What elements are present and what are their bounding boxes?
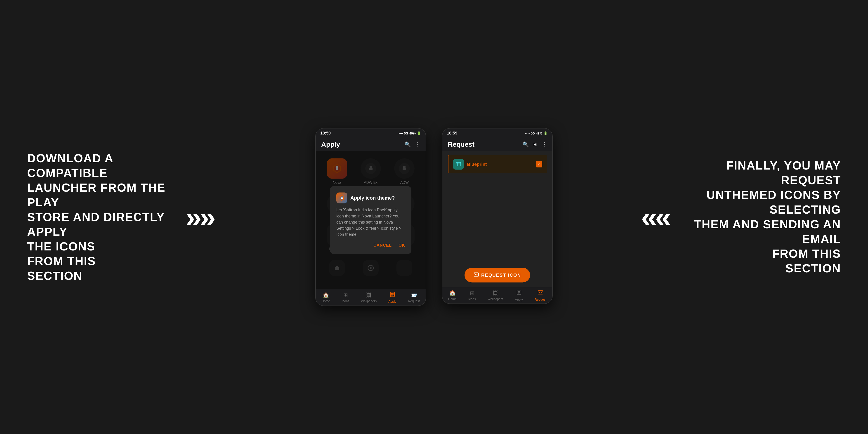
apply-title: Apply bbox=[321, 141, 340, 148]
req-nav-apply-label: Apply bbox=[515, 298, 523, 301]
request-empty-area bbox=[442, 178, 552, 264]
dialog-body: Let 'Saffron India Icon Pack' apply icon… bbox=[336, 207, 405, 238]
nav-home[interactable]: 🏠 Home bbox=[322, 292, 330, 303]
nav-icons-icon: ⊞ bbox=[343, 292, 348, 298]
request-btn-wrapper: REQUEST ICON bbox=[442, 264, 552, 287]
blueprint-row[interactable]: Blueprint ✓ bbox=[448, 155, 547, 174]
nav-wallpapers-label: Wallpapers bbox=[361, 299, 377, 303]
request-battery: 49% bbox=[536, 131, 542, 135]
request-time: 18:59 bbox=[447, 131, 457, 135]
nav-icons-label: Icons bbox=[342, 299, 349, 303]
phone-apply: 18:59 ▪▪▪▪ 5G 49% 🔋 Apply 🔍 ⋮ bbox=[315, 128, 426, 306]
request-app-bar: Request 🔍 ⊞ ⋮ bbox=[442, 138, 552, 151]
arrow-right-icon: »» bbox=[185, 202, 214, 232]
dialog-actions: CANCEL OK bbox=[336, 243, 405, 248]
scene: DOWNLOAD A COMPATIBLE LAUNCHER FROM THE … bbox=[0, 0, 868, 434]
req-nav-home-icon: 🏠 bbox=[449, 290, 456, 296]
dialog-ok-button[interactable]: OK bbox=[399, 243, 405, 248]
request-btn-label: REQUEST ICON bbox=[481, 273, 521, 278]
blueprint-checkbox[interactable]: ✓ bbox=[536, 161, 542, 167]
request-search-icon[interactable]: 🔍 bbox=[523, 142, 529, 147]
req-nav-icons-icon: ⊞ bbox=[470, 290, 474, 296]
apply-app-bar-icons: 🔍 ⋮ bbox=[405, 142, 420, 147]
svg-rect-29 bbox=[341, 197, 343, 199]
svg-rect-38 bbox=[474, 273, 478, 276]
nav-apply-icon bbox=[390, 291, 395, 299]
nav-apply-label: Apply bbox=[388, 300, 396, 303]
blueprint-thumbnail bbox=[453, 159, 464, 170]
svg-rect-43 bbox=[538, 291, 543, 294]
req-nav-request-label: Request bbox=[535, 298, 546, 301]
apply-battery: 49% bbox=[409, 131, 416, 135]
left-description: DOWNLOAD A COMPATIBLE LAUNCHER FROM THE … bbox=[27, 151, 181, 283]
dialog-overlay: Apply icon theme? Let 'Saffron India Ico… bbox=[316, 151, 426, 289]
blueprint-left: Blueprint bbox=[453, 159, 487, 170]
apply-status-icons: ▪▪▪▪ 5G 49% 🔋 bbox=[399, 131, 421, 135]
req-nav-apply[interactable]: Apply bbox=[515, 289, 523, 301]
request-battery-icon: 🔋 bbox=[544, 131, 548, 135]
req-nav-home[interactable]: 🏠 Home bbox=[448, 290, 457, 301]
apply-battery-icon: 🔋 bbox=[417, 131, 421, 135]
request-status-bar: 18:59 ▪▪▪▪ 5G 49% 🔋 bbox=[442, 129, 552, 138]
dialog-title: Apply icon theme? bbox=[350, 195, 395, 201]
phones-container: 18:59 ▪▪▪▪ 5G 49% 🔋 Apply 🔍 ⋮ bbox=[315, 128, 553, 306]
request-more-icon[interactable]: ⋮ bbox=[542, 142, 547, 147]
req-nav-wallpapers[interactable]: 🖼 Wallpapers bbox=[488, 290, 503, 301]
request-title: Request bbox=[448, 141, 474, 148]
right-description: FINALLY, YOU MAY REQUEST UNTHEMED ICONS … bbox=[674, 158, 841, 276]
apply-search-icon[interactable]: 🔍 bbox=[405, 142, 411, 147]
req-nav-wallpapers-icon: 🖼 bbox=[493, 290, 498, 296]
request-list: Blueprint ✓ bbox=[442, 151, 552, 178]
nav-wallpapers-icon: 🖼 bbox=[366, 292, 372, 298]
req-nav-wallpapers-label: Wallpapers bbox=[488, 297, 503, 301]
dialog-cancel-button[interactable]: CANCEL bbox=[373, 243, 392, 248]
request-grid-icon[interactable]: ⊞ bbox=[533, 142, 537, 147]
blueprint-name: Blueprint bbox=[467, 162, 487, 167]
nav-apply[interactable]: Apply bbox=[388, 291, 396, 303]
apply-content-area: Nova ADW Ex bbox=[316, 151, 426, 289]
dialog-app-icon bbox=[336, 193, 347, 204]
apply-more-icon[interactable]: ⋮ bbox=[415, 142, 420, 147]
request-app-bar-icons: 🔍 ⊞ ⋮ bbox=[523, 142, 547, 147]
svg-rect-34 bbox=[455, 161, 462, 168]
apply-time: 18:59 bbox=[320, 131, 331, 135]
nav-request-apply[interactable]: 📨 Request bbox=[408, 292, 420, 303]
req-nav-request-icon bbox=[537, 289, 544, 297]
req-nav-apply-icon bbox=[516, 289, 522, 297]
request-btn-icon bbox=[473, 272, 479, 278]
apply-status-bar: 18:59 ▪▪▪▪ 5G 49% 🔋 bbox=[316, 129, 426, 138]
apply-bottom-nav: 🏠 Home ⊞ Icons 🖼 Wallpapers bbox=[316, 289, 426, 306]
req-nav-icons-label: Icons bbox=[468, 297, 476, 301]
nav-wallpapers[interactable]: 🖼 Wallpapers bbox=[361, 292, 377, 303]
dialog-header: Apply icon theme? bbox=[336, 193, 405, 204]
req-nav-icons[interactable]: ⊞ Icons bbox=[468, 290, 476, 301]
phone-request: 18:59 ▪▪▪▪ 5G 49% 🔋 Request 🔍 ⊞ ⋮ bbox=[442, 128, 553, 304]
nav-request-apply-label: Request bbox=[408, 299, 420, 303]
request-icon-button[interactable]: REQUEST ICON bbox=[465, 268, 530, 283]
apply-app-bar: Apply 🔍 ⋮ bbox=[316, 138, 426, 151]
nav-request-apply-icon: 📨 bbox=[410, 292, 417, 298]
nav-home-icon: 🏠 bbox=[322, 292, 329, 298]
nav-icons[interactable]: ⊞ Icons bbox=[342, 292, 349, 303]
nav-home-label: Home bbox=[322, 299, 330, 303]
request-signal: ▪▪▪▪ 5G bbox=[525, 131, 535, 135]
apply-dialog: Apply icon theme? Let 'Saffron India Ico… bbox=[330, 186, 411, 254]
request-status-icons: ▪▪▪▪ 5G 49% 🔋 bbox=[525, 131, 548, 135]
arrow-left-icon: «« bbox=[641, 202, 669, 232]
req-nav-home-label: Home bbox=[448, 297, 457, 301]
request-bottom-nav: 🏠 Home ⊞ Icons 🖼 Wallpapers bbox=[442, 287, 552, 304]
req-nav-request[interactable]: Request bbox=[535, 289, 546, 301]
apply-signal-icon: ▪▪▪▪ 5G bbox=[399, 131, 408, 135]
